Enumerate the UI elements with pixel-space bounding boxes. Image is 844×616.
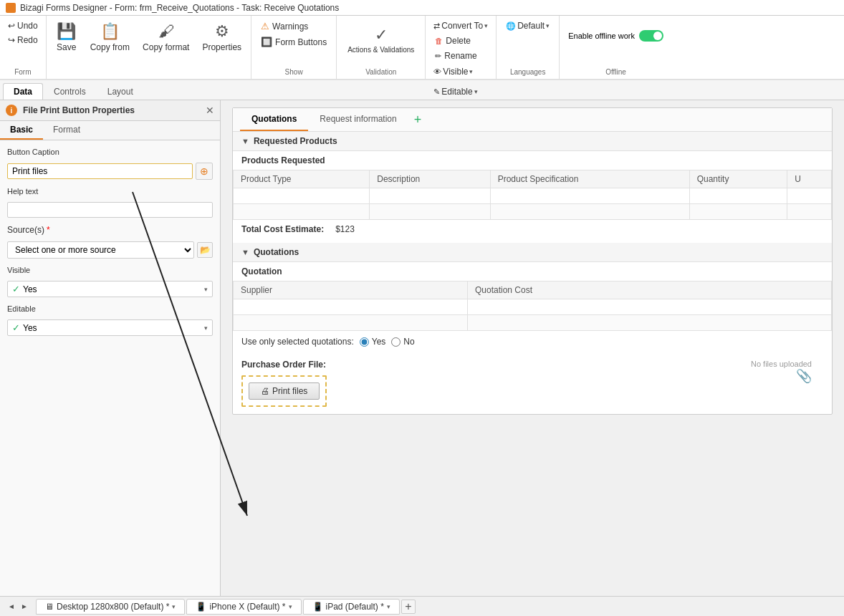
properties-button[interactable]: ⚙ Properties — [197, 19, 246, 76]
device-tab-desktop[interactable]: 🖥 Desktop 1280x800 (Default) * ▾ — [36, 599, 185, 615]
help-text-section: Help text — [7, 187, 213, 218]
tab-data[interactable]: Data — [3, 83, 43, 100]
languages-group: 🌐 Default ▾ Languages — [497, 16, 560, 79]
requested-products-toggle[interactable]: ▼ — [241, 137, 249, 145]
device-tab-iphone[interactable]: 📱 iPhone X (Default) * ▾ — [186, 599, 301, 615]
tab-layout[interactable]: Layout — [97, 83, 144, 100]
no-label: No — [403, 337, 414, 347]
warnings-icon: ⚠ — [261, 21, 269, 32]
toggle-knob — [653, 32, 662, 40]
controls-group: ⇄ Convert To ▾ 🗑 Delete ✏ Rename 👁 Visib… — [426, 16, 497, 79]
products-requested-subtitle: Products Requested — [233, 151, 832, 170]
save-icon: 💾 — [57, 22, 76, 41]
visible-value: Yes — [23, 284, 37, 294]
caption-extra-icon[interactable]: ⊕ — [196, 163, 213, 180]
col-supplier: Supplier — [234, 281, 468, 299]
copy-format-button[interactable]: 🖌 Copy format — [138, 19, 194, 76]
enable-offline-label: Enable offline work — [568, 32, 635, 40]
nav-left-arrow[interactable]: ◄ — [6, 601, 17, 612]
editable-check-icon: ✓ — [12, 322, 20, 333]
ipad-chevron-icon: ▾ — [387, 603, 390, 610]
default-language-button[interactable]: 🌐 Default ▾ — [502, 19, 553, 33]
visible-chevron-down-icon: ▾ — [204, 286, 208, 293]
col-product-spec: Product Specification — [490, 170, 689, 188]
actions-validations-button[interactable]: ✓ Actions & Validations — [342, 22, 419, 57]
editable-section: Editable ✓ Yes ▾ — [7, 304, 213, 336]
offline-toggle[interactable] — [639, 30, 663, 42]
redo-icon: ↪ — [8, 35, 15, 45]
tab-controls[interactable]: Controls — [43, 83, 97, 100]
delete-button[interactable]: 🗑 Delete — [430, 34, 491, 48]
desktop-label: Desktop 1280x800 (Default) * — [57, 602, 169, 612]
form-tab-add-button[interactable]: + — [408, 110, 428, 130]
sources-label: Source(s) — [7, 225, 44, 235]
undo-redo-group: ↩ Undo ↪ Redo Form — [0, 16, 47, 79]
form-tab-quotations[interactable]: Quotations — [240, 108, 308, 131]
table-row — [234, 299, 832, 315]
form-buttons-button[interactable]: 🔲 Form Buttons — [256, 34, 332, 49]
sources-select[interactable]: Select one or more source — [7, 241, 194, 259]
print-files-button[interactable]: 🖨 Print files — [249, 382, 320, 400]
iphone-label: iPhone X (Default) * — [209, 602, 285, 612]
quotations-header: ▼ Quotations — [233, 243, 832, 262]
editable-dropdown[interactable]: ✓ Yes ▾ — [7, 319, 213, 336]
file-upload-icon[interactable]: 📎 — [751, 368, 817, 384]
offline-group: Enable offline work Offline — [560, 16, 672, 79]
form-tab-request-information[interactable]: Request information — [308, 108, 408, 131]
main-layout: i File Print Button Properties ✕ Basic F… — [0, 100, 844, 596]
prop-tabs: Basic Format — [0, 121, 220, 140]
no-radio[interactable] — [391, 337, 401, 347]
redo-button[interactable]: ↪ Redo — [4, 33, 42, 47]
convert-chevron-icon: ▾ — [484, 22, 488, 29]
show-group-label: Show — [256, 65, 332, 76]
yes-label: Yes — [372, 337, 386, 347]
col-product-type: Product Type — [234, 170, 370, 188]
language-icon: 🌐 — [506, 21, 516, 31]
use-only-quotations-label: Use only selected quotations: — [241, 337, 354, 347]
form-group: 💾 Save 📋 Copy from 🖌 Copy format ⚙ Prope… — [47, 16, 251, 79]
form-buttons-icon: 🔲 — [261, 37, 272, 47]
right-panel: Quotations Request information + ▼ Reque… — [221, 100, 844, 596]
warnings-button[interactable]: ⚠ Warnings — [256, 19, 332, 34]
editable-button[interactable]: ✎ Editable ▾ — [430, 85, 491, 99]
visible-button[interactable]: 👁 Visible ▾ — [430, 64, 491, 79]
table-row — [234, 315, 832, 331]
editable-chevron-icon: ▾ — [474, 88, 478, 95]
prop-tab-basic[interactable]: Basic — [0, 121, 43, 140]
visible-icon: 👁 — [433, 67, 441, 76]
add-device-tab-button[interactable]: + — [401, 600, 416, 614]
title-text: Bizagi Forms Designer - Form: frm_Receiv… — [20, 3, 339, 13]
nav-arrows: ◄ ► — [6, 601, 30, 612]
quotations-toggle[interactable]: ▼ — [241, 248, 249, 256]
prop-body: Button Caption ⊕ Help text Source(s) * — [0, 140, 220, 343]
copy-format-icon: 🖌 — [158, 22, 174, 41]
no-radio-option[interactable]: No — [391, 337, 414, 347]
editable-value: Yes — [23, 323, 37, 333]
actions-icon: ✓ — [375, 26, 388, 44]
properties-icon: ⚙ — [215, 22, 229, 41]
rename-button[interactable]: ✏ Rename — [430, 49, 491, 63]
help-text-input[interactable] — [7, 202, 213, 218]
prop-tab-format[interactable]: Format — [43, 121, 90, 140]
button-caption-label: Button Caption — [7, 148, 213, 156]
visible-dropdown[interactable]: ✓ Yes ▾ — [7, 281, 213, 297]
form-preview: Quotations Request information + ▼ Reque… — [221, 100, 844, 596]
languages-group-label: Languages — [510, 65, 546, 76]
form-card: Quotations Request information + ▼ Reque… — [232, 107, 833, 415]
panel-close-button[interactable]: ✕ — [206, 105, 214, 116]
purchase-order-label: Purchase Order File: — [241, 360, 739, 370]
table-row — [234, 204, 832, 220]
save-button[interactable]: 💾 Save — [51, 19, 82, 76]
panel-title: File Print Button Properties — [23, 105, 201, 115]
no-files-text: No files uploaded — [751, 360, 817, 368]
app-icon — [6, 3, 16, 13]
button-caption-input[interactable] — [7, 163, 193, 179]
yes-radio-option[interactable]: Yes — [360, 337, 386, 347]
yes-radio[interactable] — [360, 337, 369, 347]
copy-from-button[interactable]: 📋 Copy from — [85, 19, 135, 76]
undo-button[interactable]: ↩ Undo — [4, 19, 42, 33]
convert-to-button[interactable]: ⇄ Convert To ▾ — [430, 19, 491, 33]
device-tab-ipad[interactable]: 📱 iPad (Default) * ▾ — [303, 599, 400, 615]
nav-right-arrow[interactable]: ► — [19, 601, 30, 612]
sources-browse-button[interactable]: 📂 — [197, 242, 213, 258]
